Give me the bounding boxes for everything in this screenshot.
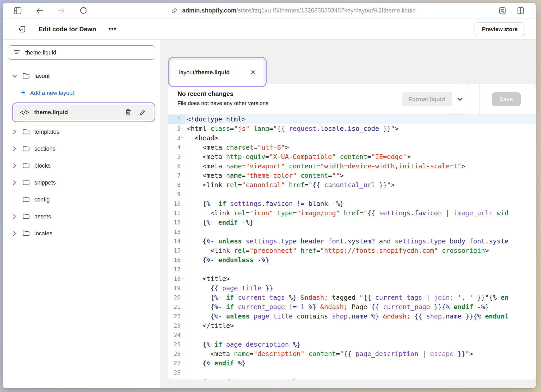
line-number: 7	[168, 171, 185, 180]
format-dropdown-button[interactable]	[452, 84, 468, 114]
browser-settings-icon[interactable]	[498, 7, 507, 15]
code-line-22[interactable]: 22 {%- unless page_title contains shop.n…	[168, 312, 536, 321]
format-liquid-button[interactable]: Format liquid	[402, 92, 452, 106]
fold-arrow-icon[interactable]: ›	[178, 278, 188, 282]
file-search-input[interactable]: theme.liquid	[8, 45, 155, 60]
code-text: {%- unless page_title contains shop.name…	[185, 312, 536, 321]
code-line-24[interactable]: 24	[168, 330, 536, 340]
sidebar-item-snippets[interactable]: snippets	[8, 174, 155, 191]
chevron-down-icon[interactable]	[11, 74, 18, 78]
sidebar-item-blocks[interactable]: blocks	[8, 157, 155, 174]
address-bar[interactable]: admin.shopify.com/store/rzq1xu-f5/themes…	[88, 7, 498, 15]
folder-icon	[22, 162, 30, 170]
forward-icon	[57, 7, 66, 15]
code-line-6[interactable]: 6 <meta name="viewport" content="width=d…	[168, 162, 536, 171]
code-text	[185, 227, 536, 237]
code-text	[185, 265, 536, 274]
code-line-26[interactable]: 26 <meta name="description" content="{{ …	[168, 349, 536, 359]
code-text: <html class="js" lang="{{ request.locale…	[185, 124, 536, 133]
line-number: 29	[168, 377, 185, 379]
code-text: <link rel="canonical" href="{{ canonical…	[185, 180, 536, 190]
code-line-27[interactable]: 27 {% endif %}	[168, 359, 536, 368]
code-line-12[interactable]: 12 {%- endif -%}	[168, 218, 536, 227]
code-line-4[interactable]: 4 <meta charset="utf-8">	[168, 143, 536, 152]
code-line-28[interactable]: 28	[168, 368, 536, 377]
close-tab-icon[interactable]: ✕	[250, 69, 256, 76]
code-line-8[interactable]: 8 <link rel="canonical" href="{{ canonic…	[168, 180, 536, 190]
code-line-7[interactable]: 7 <meta name="theme-color" content="">	[168, 171, 536, 180]
line-number: 8	[168, 180, 185, 190]
code-line-20[interactable]: 20 {%- if current_tags %} &ndash; tagged…	[168, 293, 536, 302]
split-view-icon[interactable]	[517, 7, 525, 15]
sidebar-item-sections[interactable]: sections	[8, 140, 155, 157]
sidebar-item-assets[interactable]: assets	[8, 208, 155, 225]
line-number: 2›	[168, 124, 185, 133]
sidebar-item-theme-liquid[interactable]: </>theme.liquid	[14, 105, 153, 120]
tab-theme-liquid[interactable]: layout/theme.liquid ✕	[171, 60, 263, 85]
delete-file-button[interactable]	[124, 108, 133, 117]
folder-icon	[22, 230, 30, 237]
code-line-5[interactable]: 5 <meta http-equiv="X-UA-Compatible" con…	[168, 152, 536, 162]
line-number: 23	[168, 321, 185, 330]
save-button[interactable]: Save	[492, 92, 521, 106]
exit-editor-icon[interactable]	[16, 23, 28, 35]
code-text: <meta http-equiv="X-UA-Compatible" conte…	[185, 152, 536, 162]
line-number: 22	[168, 312, 185, 321]
code-line-14[interactable]: 14 {%- unless settings.type_header_font.…	[168, 237, 536, 246]
chevron-right-icon[interactable]	[11, 214, 18, 219]
code-line-29[interactable]: 29 {% render 'meta-tags' %}	[168, 377, 536, 379]
code-line-3[interactable]: 3› <head>	[168, 133, 536, 143]
line-number: 5	[168, 152, 185, 162]
chevron-right-icon[interactable]	[11, 146, 18, 152]
line-number: 3›	[168, 133, 185, 143]
code-line-17[interactable]: 17	[168, 265, 536, 274]
code-text	[185, 330, 536, 340]
sidebar-item-locales[interactable]: locales	[8, 225, 155, 242]
code-line-19[interactable]: 19 {{ page_title }}	[168, 284, 536, 293]
folder-label: assets	[34, 213, 51, 220]
sidebar-item-templates[interactable]: templates	[8, 123, 155, 140]
code-line-18[interactable]: 18› <title>	[168, 274, 536, 284]
chevron-right-icon[interactable]	[11, 231, 18, 236]
refresh-icon[interactable]	[79, 7, 88, 15]
code-line-10[interactable]: 10 {%- if settings.favicon != blank -%}	[168, 199, 536, 209]
chevron-right-icon[interactable]	[11, 180, 18, 186]
line-number: 27	[168, 359, 185, 368]
rename-file-button[interactable]	[138, 108, 147, 117]
fold-arrow-icon[interactable]: ›	[178, 127, 188, 132]
sidebar-item-layout[interactable]: layout	[8, 68, 155, 84]
code-line-16[interactable]: 16 {%- endunless -%}	[168, 255, 536, 265]
code-text: <link rel="preconnect" href="https://fon…	[185, 246, 536, 255]
back-icon[interactable]	[35, 7, 44, 15]
sidebar-item-config[interactable]: config	[8, 191, 155, 208]
code-text: {%- if current_tags %} &ndash; tagged "{…	[185, 293, 536, 302]
code-editor[interactable]: 1<!doctype html>2›<html class="js" lang=…	[168, 115, 536, 379]
code-text: {{ page_title }}	[185, 284, 536, 293]
editor-card: No recent changes File does not have any…	[168, 84, 536, 379]
code-line-13[interactable]: 13	[168, 227, 536, 237]
code-line-23[interactable]: 23 </title>	[168, 321, 536, 330]
folder-icon	[22, 128, 30, 136]
code-line-9[interactable]: 9	[168, 190, 536, 199]
code-line-1[interactable]: 1<!doctype html>	[168, 115, 536, 124]
code-line-11[interactable]: 11 <link rel="icon" type="image/png" hre…	[168, 209, 536, 218]
more-actions-icon[interactable]: •••	[109, 26, 116, 33]
code-line-15[interactable]: 15 <link rel="preconnect" href="https://…	[168, 246, 536, 255]
line-number: 13	[168, 227, 185, 237]
folder-label: templates	[34, 128, 59, 135]
fold-arrow-icon[interactable]: ›	[178, 137, 188, 141]
chevron-right-icon[interactable]	[11, 129, 18, 135]
chevron-right-icon[interactable]	[11, 163, 18, 169]
filter-icon	[13, 49, 20, 56]
code-line-2[interactable]: 2›<html class="js" lang="{{ request.loca…	[168, 124, 536, 133]
add-layout-action[interactable]: +Add a new layout	[8, 84, 155, 101]
sidebar-toggle-icon[interactable]	[14, 7, 22, 15]
line-number: 10	[168, 199, 185, 209]
code-line-21[interactable]: 21 {%- if current_page != 1 %} &ndash; P…	[168, 302, 536, 312]
code-line-25[interactable]: 25 {% if page_description %}	[168, 340, 536, 349]
line-number: 16	[168, 255, 185, 265]
link-icon	[170, 7, 179, 15]
url-host: admin.shopify.com	[182, 7, 236, 14]
preview-store-button[interactable]: Preview store	[475, 22, 525, 36]
code-text: {%- if current_page != 1 %} &ndash; Page…	[185, 302, 536, 312]
